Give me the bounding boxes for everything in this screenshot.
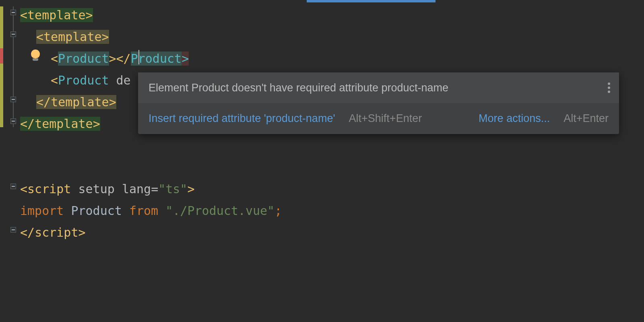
popup-actions: Insert required attribute 'product-name'…	[138, 103, 619, 134]
code-line[interactable]: </template>	[36, 91, 116, 113]
code-line[interactable]: <script setup lang="ts">	[20, 178, 195, 200]
attribute: setup	[78, 182, 115, 196]
fold-toggle[interactable]	[10, 184, 16, 189]
bracket: <	[36, 30, 43, 44]
attribute: de	[116, 73, 131, 87]
tag-name: template	[51, 95, 109, 109]
code-line[interactable]: <Product de	[51, 69, 131, 91]
fold-toggle[interactable]	[10, 118, 16, 124]
fold-toggle[interactable]	[10, 97, 16, 102]
bracket: >	[93, 117, 100, 131]
code-line[interactable]: <Product></Product>	[51, 47, 189, 69]
shortcut-hint: Alt+Shift+Enter	[349, 112, 422, 125]
gutter	[0, 0, 19, 322]
code-line[interactable]: </script>	[20, 221, 86, 243]
bracket: </	[20, 117, 35, 131]
code-editor[interactable]: <template> <template> <Product></Product…	[0, 0, 644, 322]
tag-name: template	[43, 30, 102, 44]
popup-header: Element Product doesn't have required at…	[138, 72, 619, 103]
bracket: <	[20, 8, 27, 22]
tag-name: template	[27, 8, 86, 22]
attribute: lang	[122, 182, 151, 196]
bracket: >	[102, 30, 109, 44]
bracket: ></	[109, 52, 131, 66]
code-line[interactable]: </template>	[20, 113, 100, 134]
component-tag: Product	[58, 73, 109, 87]
bracket: </	[20, 225, 35, 239]
code-area[interactable]: <template> <template> <Product></Product…	[19, 0, 644, 322]
string: "./Product.vue"	[165, 204, 275, 218]
more-actions-link[interactable]: More actions...	[479, 112, 550, 125]
bracket: <	[20, 182, 27, 196]
identifier: Product	[71, 204, 122, 218]
shortcut-hint: Alt+Enter	[564, 112, 609, 125]
fold-toggle[interactable]	[10, 227, 16, 233]
fold-guide	[13, 6, 14, 127]
code-line[interactable]: <template>	[20, 4, 93, 26]
bracket: <	[51, 52, 58, 66]
bracket: >	[109, 95, 116, 109]
kebab-menu-icon[interactable]	[608, 83, 610, 93]
change-marker-error	[0, 48, 3, 64]
tag-name: template	[35, 117, 93, 131]
bracket: <	[51, 73, 58, 87]
tag-name: script	[27, 182, 71, 196]
bracket: >	[182, 52, 189, 66]
bracket: >	[187, 182, 194, 196]
lightbulb-icon[interactable]	[30, 50, 41, 62]
bracket: >	[86, 8, 93, 22]
quick-fix-action[interactable]: Insert required attribute 'product-name'	[149, 112, 335, 125]
code-line[interactable]: import Product from "./Product.vue";	[20, 200, 282, 221]
string: "ts"	[158, 182, 187, 196]
text-cursor	[138, 50, 139, 64]
intention-popup: Element Product doesn't have required at…	[138, 72, 619, 134]
fold-toggle[interactable]	[10, 10, 16, 15]
code-line[interactable]: <template>	[36, 26, 109, 47]
keyword: from	[129, 204, 158, 218]
bracket: </	[36, 95, 51, 109]
bracket: >	[78, 225, 86, 239]
fold-toggle[interactable]	[10, 31, 16, 37]
change-marker-modified	[0, 6, 3, 127]
inspection-message: Element Product doesn't have required at…	[149, 82, 448, 94]
keyword: import	[20, 204, 64, 218]
tag-name: script	[35, 225, 78, 239]
component-tag: Product	[58, 52, 109, 66]
